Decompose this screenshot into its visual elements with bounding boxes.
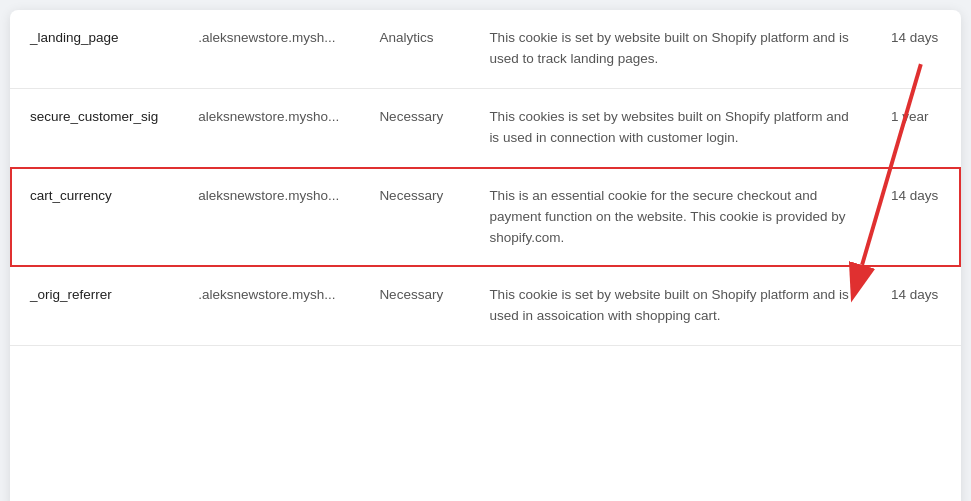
- cookie-name: _landing_page: [10, 10, 178, 88]
- cookie-name: secure_customer_sig: [10, 88, 178, 167]
- cookie-description: This is an essential cookie for the secu…: [469, 167, 871, 267]
- cookie-domain: .aleksnewstore.mysh...: [178, 267, 359, 346]
- cookie-description: This cookie is set by website built on S…: [469, 267, 871, 346]
- cookie-name: cart_currency: [10, 167, 178, 267]
- table-row: cart_currencyaleksnewstore.mysho...Neces…: [10, 167, 961, 267]
- cookie-domain: .aleksnewstore.mysh...: [178, 10, 359, 88]
- cookie-category: Necessary: [359, 167, 469, 267]
- main-container: _landing_page.aleksnewstore.mysh...Analy…: [10, 10, 961, 501]
- table-row: secure_customer_sigaleksnewstore.mysho..…: [10, 88, 961, 167]
- table-row: _orig_referrer.aleksnewstore.mysh...Nece…: [10, 267, 961, 346]
- cookie-category: Analytics: [359, 10, 469, 88]
- cookie-duration: 1 year: [871, 88, 961, 167]
- cookie-category: Necessary: [359, 88, 469, 167]
- cookie-name: _orig_referrer: [10, 267, 178, 346]
- cookie-description: This cookies is set by websites built on…: [469, 88, 871, 167]
- cookie-duration: 14 days: [871, 267, 961, 346]
- cookie-description: This cookie is set by website built on S…: [469, 10, 871, 88]
- cookie-domain: aleksnewstore.mysho...: [178, 167, 359, 267]
- cookie-domain: aleksnewstore.mysho...: [178, 88, 359, 167]
- table-row: _landing_page.aleksnewstore.mysh...Analy…: [10, 10, 961, 88]
- cookie-duration: 14 days: [871, 10, 961, 88]
- cookies-table: _landing_page.aleksnewstore.mysh...Analy…: [10, 10, 961, 346]
- cookie-category: Necessary: [359, 267, 469, 346]
- cookie-duration: 14 days: [871, 167, 961, 267]
